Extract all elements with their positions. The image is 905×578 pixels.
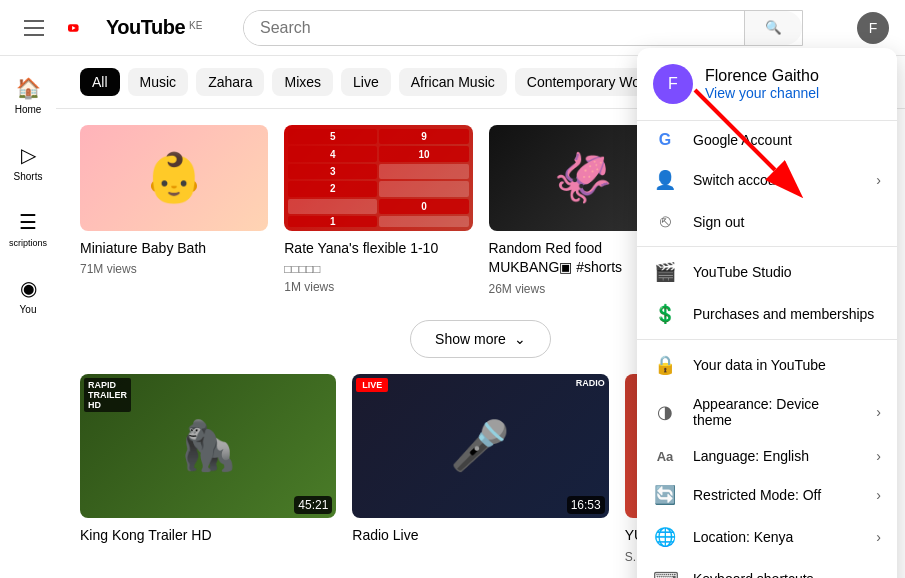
thumbnail-gorilla: 🦍 RAPIDTRAILERHD 45:21 (80, 374, 336, 518)
thumbnail-baby-bath: 👶 (80, 125, 268, 231)
duration-badge-gorilla: 45:21 (294, 496, 332, 514)
search-bar: 🔍 (243, 10, 803, 46)
search-container: 🔍 (243, 10, 803, 46)
hamburger-menu[interactable] (16, 12, 52, 44)
video-meta-yana: □□□□□ (284, 262, 472, 276)
video-card-radio[interactable]: 🎤 LIVE RADIO 16:53 Radio Live (352, 374, 608, 564)
dropdown-label-keyboard: Keyboard shortcuts (693, 571, 881, 578)
dropdown-item-youtube-studio[interactable]: 🎬 YouTube Studio (637, 251, 897, 293)
studio-icon: 🎬 (653, 261, 677, 283)
sidebar-label-you: You (20, 304, 37, 315)
dropdown-item-language[interactable]: Aa Language: English › (637, 438, 897, 474)
video-info-gorilla: King Kong Trailer HD (80, 518, 336, 546)
video-card-yana[interactable]: 5 9 4 10 3 2 0 1 Rate Yana's flexible 1-… (284, 125, 472, 296)
chevron-right-restricted-icon: › (876, 487, 881, 503)
filter-chip-mixes[interactable]: Mixes (272, 68, 333, 96)
sidebar-item-home[interactable]: 🏠 Home (0, 64, 56, 127)
location-icon: 🌐 (653, 526, 677, 548)
yt-logo-svg (68, 16, 102, 40)
dropdown-label-appearance: Appearance: Device theme (693, 396, 860, 428)
user-avatar[interactable]: F (857, 12, 889, 44)
yt-wordmark: YouTube (106, 16, 185, 39)
dropdown-item-google-account[interactable]: G Google Account (637, 121, 897, 159)
sidebar-item-you[interactable]: ◉ You (0, 264, 56, 327)
shorts-icon: ▷ (21, 143, 36, 167)
sign-out-icon: ⎋ (653, 211, 677, 232)
header-right: F (857, 12, 889, 44)
google-icon: G (653, 131, 677, 149)
video-card-baby-bath[interactable]: 👶 Miniature Baby Bath 71M views (80, 125, 268, 296)
your-data-icon: 🔒 (653, 354, 677, 376)
dropdown-item-restricted[interactable]: 🔄 Restricted Mode: Off › (637, 474, 897, 516)
dropdown-label-location: Location: Kenya (693, 529, 860, 545)
filter-chip-african-music[interactable]: African Music (399, 68, 507, 96)
chevron-right-language-icon: › (876, 448, 881, 464)
sidebar-item-subscriptions[interactable]: ☰ scriptions (0, 198, 56, 260)
dropdown-header: F Florence Gaitho View your channel (637, 48, 897, 121)
home-icon: 🏠 (16, 76, 41, 100)
dropdown-divider-1 (637, 246, 897, 247)
video-info-yana: Rate Yana's flexible 1-10 □□□□□ 1M views (284, 231, 472, 295)
restricted-icon: 🔄 (653, 484, 677, 506)
filter-chip-live[interactable]: Live (341, 68, 391, 96)
sidebar-item-shorts[interactable]: ▷ Shorts (0, 131, 56, 194)
video-views-yana: 1M views (284, 280, 472, 294)
video-info-radio: Radio Live (352, 518, 608, 546)
header-left: YouTube KE (16, 12, 216, 44)
appearance-icon: ◑ (653, 401, 677, 423)
language-icon: Aa (653, 449, 677, 464)
chevron-right-appearance-icon: › (876, 404, 881, 420)
dropdown-item-purchases[interactable]: 💲 Purchases and memberships (637, 293, 897, 335)
chevron-right-icon: › (876, 172, 881, 188)
subscriptions-icon: ☰ (19, 210, 37, 234)
dropdown-label-studio: YouTube Studio (693, 264, 881, 280)
dropdown-item-location[interactable]: 🌐 Location: Kenya › (637, 516, 897, 558)
sidebar: 🏠 Home ▷ Shorts ☰ scriptions ◉ You (0, 56, 56, 578)
dropdown-view-channel[interactable]: View your channel (705, 85, 819, 101)
dropdown-divider-2 (637, 339, 897, 340)
video-title-gorilla: King Kong Trailer HD (80, 526, 336, 546)
dropdown-item-appearance[interactable]: ◑ Appearance: Device theme › (637, 386, 897, 438)
video-title-baby-bath: Miniature Baby Bath (80, 239, 268, 259)
yt-country: KE (189, 20, 202, 31)
dropdown-label-language: Language: English (693, 448, 860, 464)
dropdown-label-signout: Sign out (693, 214, 881, 230)
dropdown-label-restricted: Restricted Mode: Off (693, 487, 860, 503)
thumbnail-radio: 🎤 LIVE RADIO 16:53 (352, 374, 608, 518)
dropdown-avatar: F (653, 64, 693, 104)
dropdown-item-sign-out[interactable]: ⎋ Sign out (637, 201, 897, 242)
chevron-right-location-icon: › (876, 529, 881, 545)
filter-chip-music[interactable]: Music (128, 68, 189, 96)
you-icon: ◉ (20, 276, 37, 300)
dropdown-label-purchases: Purchases and memberships (693, 306, 881, 322)
dropdown-label-yourdata: Your data in YouTube (693, 357, 881, 373)
video-card-gorilla[interactable]: 🦍 RAPIDTRAILERHD 45:21 King Kong Trailer… (80, 374, 336, 564)
duration-badge-radio: 16:53 (567, 496, 605, 514)
filter-chip-zahara[interactable]: Zahara (196, 68, 264, 96)
filter-chip-all[interactable]: All (80, 68, 120, 96)
show-more-label: Show more (435, 331, 506, 347)
dropdown-user-info: Florence Gaitho View your channel (705, 67, 819, 101)
dropdown-item-your-data[interactable]: 🔒 Your data in YouTube (637, 344, 897, 386)
video-info-baby-bath: Miniature Baby Bath 71M views (80, 231, 268, 277)
show-more-button[interactable]: Show more ⌄ (410, 320, 551, 358)
dropdown-user-name: Florence Gaitho (705, 67, 819, 85)
dropdown-item-switch-account[interactable]: 👤 Switch account › (637, 159, 897, 201)
purchases-icon: 💲 (653, 303, 677, 325)
dropdown-item-keyboard[interactable]: ⌨ Keyboard shortcuts (637, 558, 897, 578)
dropdown-label-google: Google Account (693, 132, 881, 148)
dropdown-menu: F Florence Gaitho View your channel G Go… (637, 48, 897, 578)
dropdown-label-switch: Switch account (693, 172, 860, 188)
youtube-logo[interactable]: YouTube KE (68, 16, 202, 40)
video-title-radio: Radio Live (352, 526, 608, 546)
dropdown-avatar-initial: F (668, 75, 678, 93)
search-icon: 🔍 (765, 20, 782, 35)
search-input[interactable] (244, 11, 744, 45)
video-title-yana: Rate Yana's flexible 1-10 (284, 239, 472, 259)
search-button[interactable]: 🔍 (744, 11, 802, 45)
switch-account-icon: 👤 (653, 169, 677, 191)
chevron-down-icon: ⌄ (514, 331, 526, 347)
video-meta-baby-bath: 71M views (80, 262, 268, 276)
thumbnail-yana: 5 9 4 10 3 2 0 1 (284, 125, 472, 231)
sidebar-label-subscriptions: scriptions (9, 238, 47, 248)
